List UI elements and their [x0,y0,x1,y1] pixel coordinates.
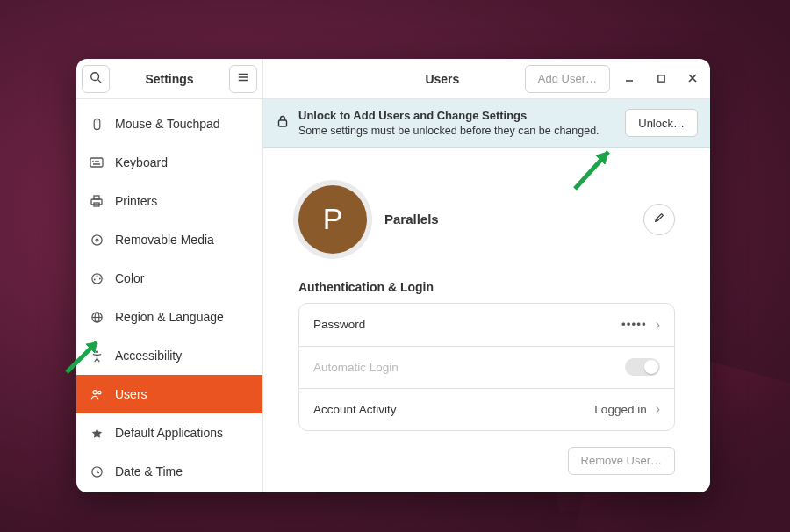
sidebar-item-label: Mouse & Touchpad [115,117,220,131]
password-label: Password [313,318,621,331]
svg-rect-6 [657,75,664,81]
sidebar-item-mouse-touchpad[interactable]: Mouse & Touchpad [76,104,262,143]
avatar[interactable]: P [298,185,367,254]
unlock-banner: Unlock to Add Users and Change Settings … [263,99,710,148]
sidebar-item-label: Keyboard [115,155,168,169]
keyboard-icon [89,155,104,170]
banner-title: Unlock to Add Users and Change Settings [298,109,527,122]
profile-name: Parallels [384,212,439,226]
automatic-login-row: Automatic Login [299,346,674,388]
sidebar-item-label: Default Applications [115,426,223,440]
sidebar-item-label: Printers [115,194,157,208]
svg-point-15 [97,161,99,162]
clock-icon [89,464,104,479]
minimize-button[interactable] [617,67,642,91]
star-icon [89,425,104,441]
svg-point-29 [93,390,97,393]
sidebar-title: Settings [115,72,224,86]
sidebar-item-keyboard[interactable]: Keyboard [76,143,262,182]
add-user-button[interactable]: Add User… [525,65,610,93]
color-icon [89,270,104,286]
disc-icon [89,232,104,248]
hamburger-button[interactable] [229,65,257,93]
account-activity-label: Account Activity [313,403,594,416]
sidebar-item-date-time[interactable]: Date & Time [76,452,262,491]
globe-icon [89,309,104,325]
svg-point-0 [91,72,99,80]
svg-point-13 [92,161,94,162]
automatic-login-label: Automatic Login [313,361,625,374]
page-title: Users [263,72,525,86]
pencil-icon [653,212,665,227]
remove-user-button[interactable]: Remove User… [568,447,675,475]
hamburger-icon [237,71,249,87]
close-button[interactable] [680,67,705,91]
maximize-button[interactable] [649,67,673,91]
minimize-icon [624,71,635,87]
titlebar-right: Users Add User… [263,59,710,98]
svg-rect-11 [90,158,103,167]
banner-text: Unlock to Add Users and Change Settings … [298,108,616,139]
chevron-right-icon: › [656,317,660,333]
banner-subtitle: Some settings must be unlocked before th… [298,125,600,137]
svg-point-20 [96,239,98,241]
account-activity-row[interactable]: Account Activity Logged in › [299,388,674,430]
accessibility-icon [89,348,104,363]
edit-profile-button[interactable] [643,204,675,235]
svg-rect-17 [94,196,99,199]
svg-point-30 [98,391,101,393]
titlebar-left: Settings [76,59,263,98]
lock-icon [276,114,290,132]
svg-point-19 [91,234,101,244]
settings-window: Settings Users Add User… Mous [76,59,710,492]
svg-point-14 [95,161,97,162]
unlock-button[interactable]: Unlock… [625,109,698,137]
sidebar-item-label: Users [115,387,147,401]
svg-line-1 [98,79,102,83]
content: Unlock to Add Users and Change Settings … [263,99,710,492]
sidebar-item-label: Accessibility [115,349,182,363]
auth-list: Password ••••• › Automatic Login Account… [298,303,675,431]
password-value: ••••• [621,318,647,331]
sidebar-item-region-language[interactable]: Region & Language [76,298,262,336]
sidebar-item-label: Region & Language [115,310,224,324]
automatic-login-toggle [625,358,660,376]
svg-point-22 [96,275,97,277]
account-activity-value: Logged in [594,403,646,416]
titlebar: Settings Users Add User… [76,59,710,99]
unlock-label: Unlock… [638,117,685,130]
remove-user-label: Remove User… [581,454,662,467]
sidebar-item-label: Date & Time [115,464,183,478]
sidebar-item-removable-media[interactable]: Removable Media [76,220,262,259]
printer-icon [89,193,104,209]
add-user-label: Add User… [538,72,597,85]
sidebar-item-color[interactable]: Color [76,259,262,298]
sidebar-item-label: Removable Media [115,233,214,247]
avatar-initial: P [323,202,343,236]
mouse-icon [89,116,104,132]
password-row[interactable]: Password ••••• › [299,304,674,346]
auth-section-header: Authentication & Login [298,280,675,294]
search-icon [90,71,102,87]
window-body: Mouse & TouchpadKeyboardPrintersRemovabl… [76,99,710,492]
main-panel: P Parallels Authentication & Login Passw… [263,148,710,492]
sidebar-item-printers[interactable]: Printers [76,182,262,220]
close-icon [687,71,698,87]
sidebar-item-accessibility[interactable]: Accessibility [76,336,262,375]
svg-point-28 [96,350,98,353]
svg-rect-16 [91,199,102,205]
sidebar-item-label: Color [115,271,144,285]
maximize-icon [657,71,666,87]
search-button[interactable] [82,65,110,93]
sidebar[interactable]: Mouse & TouchpadKeyboardPrintersRemovabl… [76,99,263,492]
sidebar-item-default-applications[interactable]: Default Applications [76,413,262,452]
svg-point-24 [93,278,95,280]
sidebar-item-users[interactable]: Users [76,375,262,413]
profile-row: P Parallels [298,185,675,254]
svg-point-23 [98,277,100,279]
chevron-right-icon: › [656,401,660,417]
sidebar-item-about[interactable]: About [76,491,262,492]
svg-rect-35 [279,120,287,126]
users-icon [89,386,104,402]
